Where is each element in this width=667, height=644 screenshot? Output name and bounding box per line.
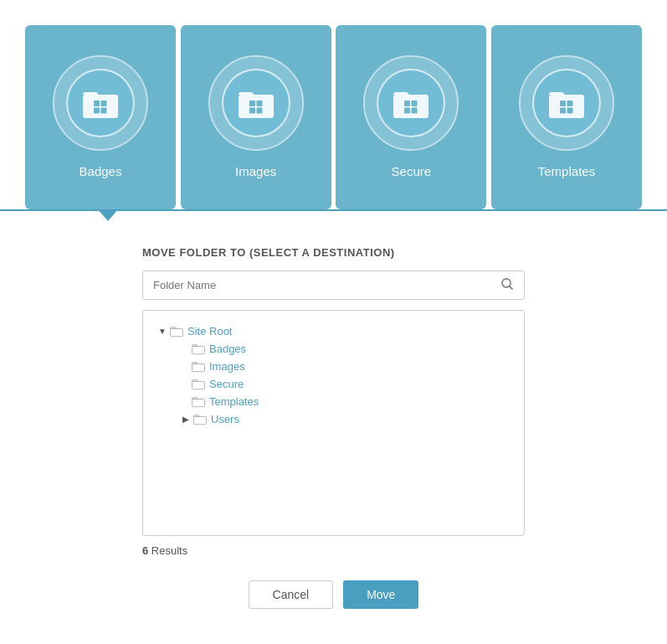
folder-svg-templates [547, 86, 586, 120]
tree-children: Badges Images Secure Templates ▶ [156, 340, 511, 428]
svg-rect-19 [567, 107, 572, 113]
folder-svg-badges [81, 86, 120, 120]
folder-icon-wrap-badges [54, 57, 146, 149]
tree-root-folder-icon [170, 326, 183, 337]
tree-root: ▼ Site Root Badges Images Secure [156, 322, 511, 428]
tree-folder-icon-secure [192, 379, 205, 390]
tree-item-label-secure[interactable]: Secure [209, 378, 244, 390]
move-folder-title: MOVE FOLDER TO (SELECT A DESTINATION) [142, 246, 525, 259]
svg-rect-27 [193, 416, 206, 424]
search-input[interactable] [143, 271, 490, 299]
folder-svg-secure [392, 86, 430, 120]
tree-folder-icon-users [193, 414, 207, 425]
tree-root-item[interactable]: ▼ Site Root [156, 322, 511, 340]
arrow-indicator [98, 209, 118, 221]
tree-toggle-users[interactable]: ▶ [180, 414, 192, 425]
tree-item-label-badges[interactable]: Badges [209, 343, 246, 355]
svg-rect-17 [567, 100, 572, 106]
svg-rect-25 [192, 381, 204, 389]
svg-rect-15 [549, 95, 584, 118]
tree-item-label-templates[interactable]: Templates [209, 395, 259, 408]
folder-icon-inner-templates [532, 69, 601, 137]
tree-item-label-users[interactable]: Users [211, 413, 239, 425]
svg-rect-16 [560, 100, 566, 106]
move-folder-section: MOVE FOLDER TO (SELECT A DESTINATION) ▼ … [0, 229, 667, 626]
search-row [142, 270, 525, 300]
folder-card-badges[interactable]: Badges [25, 25, 176, 209]
svg-rect-3 [94, 107, 100, 113]
svg-rect-10 [393, 95, 428, 118]
tree-item-templates[interactable]: Templates [180, 393, 511, 410]
tree-item-images[interactable]: Images [180, 358, 511, 375]
folder-svg-images [237, 86, 275, 120]
folder-card-label-images: Images [235, 164, 276, 178]
tree-item-secure[interactable]: Secure [180, 375, 511, 393]
folder-card-images[interactable]: Images [181, 25, 331, 209]
svg-rect-6 [249, 100, 255, 106]
folder-card-label-secure: Secure [392, 164, 432, 178]
tree-root-label[interactable]: Site Root [187, 325, 232, 337]
tree-folder-icon-templates [192, 396, 205, 408]
button-row: Cancel Move [142, 580, 525, 609]
tree-container: ▼ Site Root Badges Images Secure [142, 310, 525, 536]
cancel-button[interactable]: Cancel [249, 580, 334, 609]
svg-rect-13 [404, 107, 410, 113]
svg-rect-26 [192, 399, 204, 406]
svg-rect-22 [170, 328, 182, 336]
folder-card-label-templates: Templates [538, 164, 595, 178]
svg-rect-14 [412, 107, 418, 113]
svg-rect-8 [249, 107, 255, 113]
folder-icon-inner-secure [377, 69, 445, 137]
svg-rect-11 [404, 100, 410, 106]
svg-rect-4 [101, 107, 107, 113]
folder-icon-wrap-secure [365, 57, 457, 149]
folder-card-secure[interactable]: Secure [336, 25, 486, 209]
tree-folder-icon-images [192, 361, 205, 373]
search-icon [500, 277, 514, 291]
svg-rect-5 [239, 95, 274, 118]
results-count: 6 [142, 544, 148, 557]
svg-rect-23 [192, 346, 204, 353]
svg-rect-1 [94, 100, 100, 106]
folder-cards-row: Badges Images [0, 0, 667, 209]
tree-item-label-images[interactable]: Images [209, 360, 245, 373]
tree-root-toggle[interactable]: ▼ [156, 326, 168, 337]
svg-rect-0 [83, 95, 118, 118]
tree-folder-icon-badges [192, 343, 205, 355]
svg-rect-9 [256, 107, 262, 113]
tree-item-badges[interactable]: Badges [180, 340, 511, 358]
svg-rect-18 [560, 107, 566, 113]
arrow-row [0, 209, 667, 229]
results-label: Results [151, 544, 187, 557]
folder-icon-inner-images [222, 69, 290, 137]
folder-icon-wrap-images [210, 57, 302, 149]
svg-rect-12 [412, 100, 418, 106]
svg-rect-7 [256, 100, 262, 106]
folder-card-label-badges: Badges [80, 164, 122, 178]
move-button[interactable]: Move [343, 580, 418, 609]
folder-card-templates[interactable]: Templates [491, 25, 642, 209]
svg-rect-2 [101, 100, 107, 106]
svg-line-21 [510, 286, 513, 289]
search-button[interactable] [490, 277, 524, 294]
svg-rect-24 [192, 363, 204, 371]
results-text: 6 Results [142, 544, 525, 557]
folder-icon-inner-badges [66, 69, 135, 137]
tree-item-users[interactable]: ▶ Users [180, 410, 511, 428]
folder-icon-wrap-templates [521, 57, 613, 149]
